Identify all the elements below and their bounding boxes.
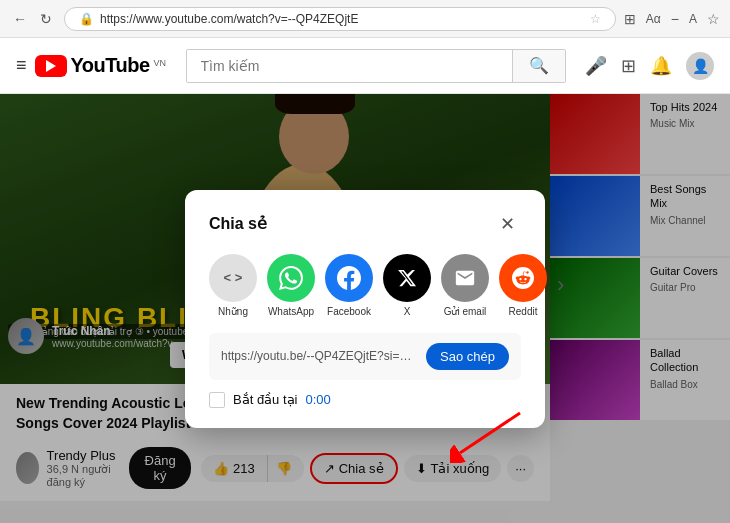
start-time-value: 0:00 — [305, 392, 330, 407]
others-icon: < > — [209, 254, 257, 302]
modal-header: Chia sẻ ✕ — [209, 210, 521, 238]
notification-icon[interactable]: 🔔 — [650, 55, 672, 77]
zoom-out-icon[interactable]: − — [671, 11, 679, 27]
search-area: 🔍 — [182, 49, 569, 83]
lock-icon: 🔒 — [79, 12, 94, 26]
share-facebook[interactable]: Facebook — [325, 254, 373, 317]
start-time-row: Bắt đầu tại 0:00 — [209, 392, 521, 408]
modal-close-button[interactable]: ✕ — [493, 210, 521, 238]
reddit-label: Reddit — [509, 306, 538, 317]
youtube-logo-text: YouTube — [71, 54, 150, 77]
modal-overlay[interactable]: Chia sẻ ✕ < > Những — [0, 94, 730, 523]
refresh-button[interactable]: ↻ — [36, 9, 56, 29]
youtube-logo-icon — [35, 55, 67, 77]
browser-chrome: ← ↻ 🔒 https://www.youtube.com/watch?v=--… — [0, 0, 730, 38]
share-email[interactable]: Gửi email — [441, 254, 489, 317]
reddit-icon — [499, 254, 547, 302]
extensions-icon[interactable]: ⊞ — [624, 11, 636, 27]
search-button[interactable]: 🔍 — [512, 50, 565, 82]
share-link-row: https://youtu.be/--QP4ZEQjtE?si=EaztCNs7… — [209, 333, 521, 380]
youtube-header: ≡ YouTube VN 🔍 🎤 ⊞ 🔔 👤 — [0, 38, 730, 94]
search-box: 🔍 — [186, 49, 566, 83]
start-time-checkbox[interactable] — [209, 392, 225, 408]
read-mode-icon[interactable]: A — [689, 12, 697, 26]
chevron-right-icon: › — [557, 272, 564, 298]
facebook-label: Facebook — [327, 306, 371, 317]
share-x[interactable]: X — [383, 254, 431, 317]
share-whatsapp[interactable]: WhatsApp — [267, 254, 315, 317]
browser-nav: ← ↻ — [10, 9, 56, 29]
email-icon — [441, 254, 489, 302]
share-modal: Chia sẻ ✕ < > Những — [185, 190, 545, 428]
logo-area: ≡ YouTube VN — [16, 54, 166, 77]
cast-icon[interactable]: ⊞ — [621, 55, 636, 77]
user-avatar[interactable]: 👤 — [686, 52, 714, 80]
x-icon — [383, 254, 431, 302]
font-icon[interactable]: Aα — [646, 12, 661, 26]
vn-badge: VN — [154, 58, 167, 68]
start-time-label: Bắt đầu tại — [233, 392, 297, 407]
others-label: Những — [218, 306, 248, 317]
share-icons-row: < > Những WhatsApp — [209, 254, 521, 317]
star-icon[interactable]: ☆ — [707, 11, 720, 27]
share-others[interactable]: < > Những — [209, 254, 257, 317]
bookmark-icon: ☆ — [590, 12, 601, 26]
main-content: BLING BLING 1/2 quảng cáo được tải trợ ③… — [0, 94, 730, 523]
mic-icon[interactable]: 🎤 — [585, 55, 607, 77]
facebook-icon — [325, 254, 373, 302]
header-right: 🎤 ⊞ 🔔 👤 — [585, 52, 714, 80]
whatsapp-icon — [267, 254, 315, 302]
modal-title: Chia sẻ — [209, 214, 267, 233]
email-label: Gửi email — [444, 306, 487, 317]
back-button[interactable]: ← — [10, 9, 30, 29]
more-share-icons-button[interactable]: › — [557, 261, 564, 309]
youtube-logo[interactable]: YouTube VN — [35, 54, 167, 77]
address-bar[interactable]: 🔒 https://www.youtube.com/watch?v=--QP4Z… — [64, 7, 616, 31]
share-link-text: https://youtu.be/--QP4ZEQjtE?si=EaztCNs7… — [221, 349, 418, 363]
x-label: X — [404, 306, 411, 317]
whatsapp-label: WhatsApp — [268, 306, 314, 317]
hamburger-menu[interactable]: ≡ — [16, 55, 27, 76]
url-text: https://www.youtube.com/watch?v=--QP4ZEQ… — [100, 12, 584, 26]
search-input[interactable] — [187, 50, 512, 82]
browser-actions: ⊞ Aα − A ☆ — [624, 11, 720, 27]
copy-link-button[interactable]: Sao chép — [426, 343, 509, 370]
share-reddit[interactable]: Reddit — [499, 254, 547, 317]
